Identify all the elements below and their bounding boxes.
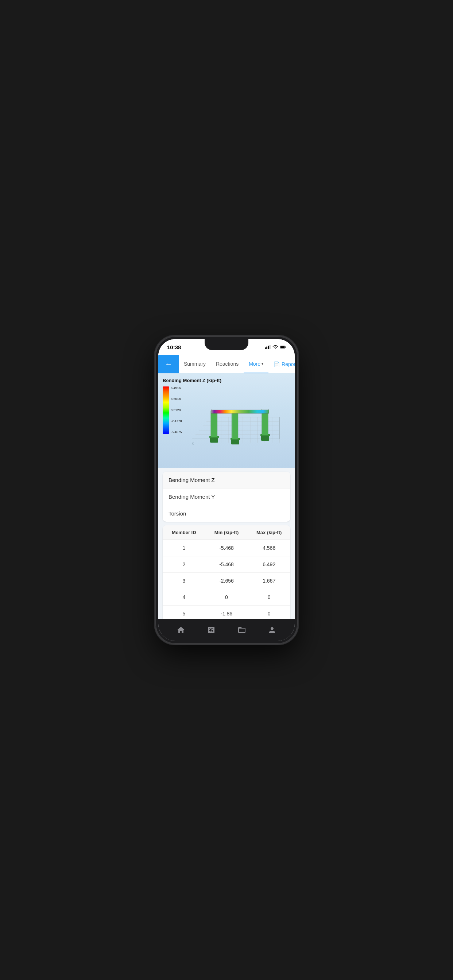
phone-frame: 10:38 <box>155 336 298 644</box>
td-min-2: -5.468 <box>205 562 248 567</box>
tab-more-chevron-icon: ▾ <box>262 362 263 366</box>
col-center <box>232 414 238 439</box>
td-id-2: 2 <box>163 562 205 567</box>
dropdown-item-bending-z[interactable]: Bending Moment Z <box>163 472 290 488</box>
scale-gradient-bar <box>163 387 169 434</box>
nav-user[interactable] <box>268 625 276 635</box>
report-icon: 📄 <box>274 361 280 367</box>
td-min-5: -1.86 <box>205 611 248 617</box>
td-id-1: 1 <box>163 545 205 551</box>
td-min-4: 0 <box>205 594 248 600</box>
beam-top <box>211 410 269 414</box>
th-max: Max (kip-ft) <box>248 530 290 535</box>
color-scale <box>163 387 169 434</box>
nav-folder[interactable] <box>238 625 246 635</box>
structure-3d: X <box>180 380 291 461</box>
main-area: Bending Moment Z (kip-ft) 6.4916 3.5018 … <box>158 373 295 619</box>
table-header: Member ID Min (kip-ft) Max (kip-ft) <box>163 525 290 540</box>
td-max-5: 0 <box>248 611 290 617</box>
svg-rect-5 <box>285 346 286 347</box>
screen-content: 10:38 <box>158 339 295 641</box>
data-table: Member ID Min (kip-ft) Max (kip-ft) 1 -5… <box>163 525 290 619</box>
tab-summary[interactable]: Summary <box>179 355 211 373</box>
th-min: Min (kip-ft) <box>205 530 248 535</box>
dropdown-item-torsion[interactable]: Torsion <box>163 505 290 522</box>
report-button[interactable]: 📄 Report <box>268 361 295 367</box>
wifi-icon <box>273 345 278 349</box>
td-min-3: -2.656 <box>205 578 248 584</box>
svg-rect-3 <box>270 345 271 349</box>
tab-more[interactable]: More ▾ <box>244 355 268 373</box>
user-icon <box>268 625 276 635</box>
table-row: 4 0 0 <box>163 589 290 606</box>
nav-tabs: ← Summary Reactions More ▾ 📄 Report <box>158 355 295 373</box>
svg-rect-2 <box>268 345 269 349</box>
back-button[interactable]: ← <box>158 355 179 373</box>
col-right <box>262 410 268 435</box>
col-left <box>211 412 217 437</box>
td-max-3: 1.667 <box>248 578 290 584</box>
notch <box>205 339 248 350</box>
status-time: 10:38 <box>167 344 181 350</box>
status-icons <box>265 345 286 349</box>
td-max-1: 4.566 <box>248 545 290 551</box>
svg-rect-6 <box>281 346 285 348</box>
table-row: 5 -1.86 0 <box>163 606 290 619</box>
dropdown-item-bending-y[interactable]: Bending Moment Y <box>163 488 290 505</box>
battery-icon <box>280 345 286 349</box>
back-arrow-icon: ← <box>165 360 172 368</box>
td-min-1: -5.468 <box>205 545 248 551</box>
phone-screen: 10:38 <box>158 339 295 641</box>
signal-icon <box>265 345 271 349</box>
td-id-5: 5 <box>163 611 205 617</box>
table-row: 2 -5.468 6.492 <box>163 556 290 573</box>
axis-label: X <box>192 442 194 445</box>
base-left <box>210 437 218 442</box>
status-bar: 10:38 <box>158 339 295 355</box>
tab-reactions[interactable]: Reactions <box>211 355 244 373</box>
folder-icon <box>238 625 246 635</box>
home-icon <box>177 625 185 635</box>
td-id-3: 3 <box>163 578 205 584</box>
3d-viewer[interactable]: Bending Moment Z (kip-ft) 6.4916 3.5018 … <box>158 373 295 468</box>
td-max-2: 6.492 <box>248 562 290 567</box>
td-max-4: 0 <box>248 594 290 600</box>
svg-rect-0 <box>265 347 266 349</box>
base-right <box>261 435 269 441</box>
bottom-nav <box>158 619 295 641</box>
calculator-icon <box>207 625 215 635</box>
structure-svg: X <box>180 380 291 461</box>
dropdown-card: Bending Moment Z Bending Moment Y Torsio… <box>163 472 290 522</box>
td-id-4: 4 <box>163 594 205 600</box>
nav-calculator[interactable] <box>207 625 215 635</box>
table-row: 3 -2.656 1.667 <box>163 573 290 589</box>
base-center <box>231 439 239 444</box>
table-row: 1 -5.468 4.566 <box>163 540 290 556</box>
th-member-id: Member ID <box>163 530 205 535</box>
nav-home[interactable] <box>177 625 185 635</box>
svg-rect-1 <box>266 347 267 349</box>
